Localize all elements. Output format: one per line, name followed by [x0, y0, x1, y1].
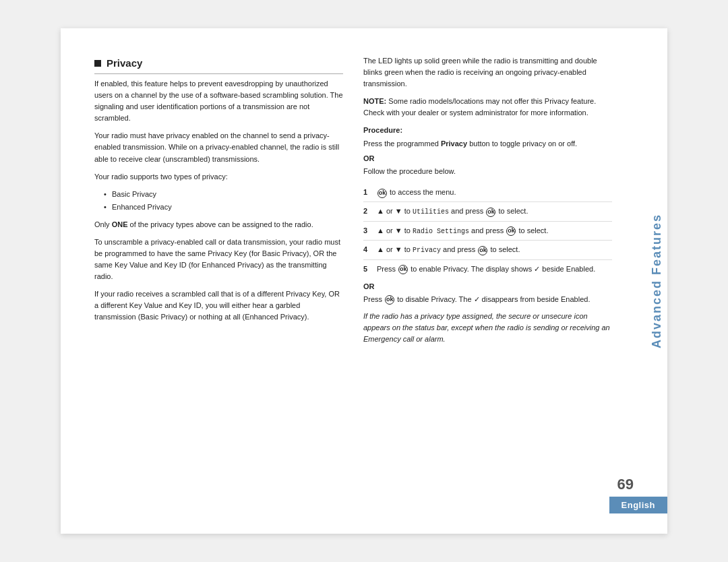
note-block: NOTE: Some radio models/locations may no…: [363, 96, 612, 119]
english-badge: English: [609, 497, 667, 513]
bullet-enhanced-privacy: Enhanced Privacy: [104, 201, 343, 213]
ok-icon-2: ok: [486, 208, 495, 217]
step-num-5: 5: [363, 263, 373, 275]
page: Privacy If enabled, this feature helps t…: [61, 28, 667, 534]
step-num-2: 2: [363, 206, 373, 217]
ok-icon-1: ok: [377, 189, 387, 198]
step-5-content: Press ok to enable Privacy. The display …: [377, 263, 612, 275]
step-4-content: ▲ or ▼ to Privacy and press ok to select…: [377, 244, 612, 256]
para-unscramble: To unscramble a privacy-enabled call or …: [94, 237, 343, 282]
para-one-type: Only ONE of the privacy types above can …: [94, 219, 343, 230]
follow-text: Follow the procedure below.: [363, 166, 612, 177]
left-column: Privacy If enabled, this feature helps t…: [94, 55, 343, 507]
bullet-basic-privacy: Basic Privacy: [104, 189, 343, 200]
privacy-types-list: Basic Privacy Enhanced Privacy: [104, 189, 343, 213]
ok-icon-3: ok: [506, 226, 516, 236]
step-num-4: 4: [363, 244, 373, 255]
steps-list: 1 ok to access the menu. 2 ▲ or ▼ to Uti…: [363, 183, 612, 278]
title-square-icon: [94, 60, 101, 67]
para-2: Your radio must have privacy enabled on …: [94, 130, 343, 164]
step-3: 3 ▲ or ▼ to Radio Settings and press ok …: [363, 222, 612, 241]
ok-icon-disable: ok: [385, 295, 394, 305]
step-2: 2 ▲ or ▼ to Utilities and press ok to se…: [363, 202, 612, 222]
para-1: If enabled, this feature helps to preven…: [94, 78, 343, 124]
section-title-text: Privacy: [107, 55, 142, 71]
step-num-3: 3: [363, 225, 373, 237]
step-4: 4 ▲ or ▼ to Privacy and press ok to sele…: [363, 241, 612, 260]
led-text: The LED lights up solid green while the …: [363, 55, 612, 90]
step-2-content: ▲ or ▼ to Utilities and press ok to sele…: [377, 206, 612, 218]
step-1: 1 ok to access the menu.: [363, 183, 612, 202]
or-label-2: OR: [363, 281, 612, 292]
procedure-label: Procedure:: [363, 125, 612, 136]
step-5: 5 Press ok to enable Privacy. The displa…: [363, 260, 612, 278]
section-title: Privacy: [94, 55, 343, 74]
right-column: The LED lights up solid green while the …: [363, 55, 612, 507]
para-scrambled-call: If your radio receives a scrambled call …: [94, 288, 343, 323]
note-text: Some radio models/locations may not offe…: [363, 97, 596, 117]
page-number: 69: [617, 476, 634, 493]
content-area: Privacy If enabled, this feature helps t…: [61, 28, 646, 534]
sidebar-text: Advanced Features: [650, 214, 664, 348]
para-3: Your radio supports two types of privacy…: [94, 171, 343, 183]
or-label-1: OR: [363, 153, 612, 164]
disable-text: Press ok to disable Privacy. The ✓ disap…: [363, 294, 612, 305]
procedure-text: Press the programmed Privacy button to t…: [363, 138, 612, 150]
ok-icon-4: ok: [478, 246, 487, 255]
ok-icon-5: ok: [398, 265, 408, 274]
italic-note: If the radio has a privacy type assigned…: [363, 311, 612, 345]
step-1-content: ok to access the menu.: [377, 187, 612, 198]
step-3-content: ▲ or ▼ to Radio Settings and press ok to…: [377, 225, 612, 237]
step-num-1: 1: [363, 187, 373, 198]
sidebar-label: Advanced Features: [646, 28, 667, 534]
